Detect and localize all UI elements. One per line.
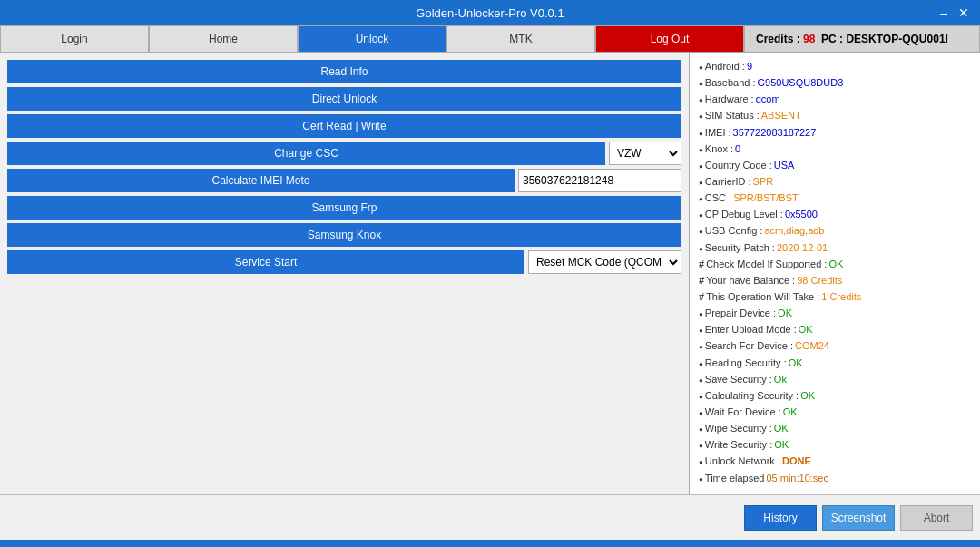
nav-logout[interactable]: Log Out [595,25,744,53]
window-controls[interactable]: – ✕ [936,5,973,20]
info-line: ● Hardware : qcom [699,91,971,107]
dot-bullet: ● [699,128,703,140]
read-info-button[interactable]: Read Info [7,60,681,83]
info-label: Time elapsed [705,470,765,486]
dot-bullet: ● [699,456,703,468]
dot-bullet: ● [699,210,703,221]
hash-bullet: # [699,256,704,272]
info-value: acm,diag,adb [764,222,824,239]
info-line: ● Wipe Security : OK [699,420,971,436]
dot-bullet: ● [699,358,703,370]
info-value: SPR/BST/BST [733,190,799,206]
csc-dropdown[interactable]: VZW [609,142,681,165]
info-label: CSC : [705,190,731,206]
info-label: Baseband : [705,74,756,91]
nav-login[interactable]: Login [0,25,149,53]
info-value: G950USQU8DUD3 [758,74,844,91]
nav-home[interactable]: Home [149,25,298,53]
direct-unlock-button[interactable]: Direct Unlock [7,87,681,111]
info-value: 0 [735,141,740,157]
info-value: SPR [753,173,774,190]
nav-bar: Login Home Unlock MTK Log Out Credits : … [0,25,980,53]
minimize-button[interactable]: – [936,5,951,20]
bottom-bar: History Screenshot Abort [0,494,980,540]
info-value: OK [783,404,798,420]
info-value: DONE [782,453,811,469]
nav-mtk[interactable]: MTK [446,25,595,53]
info-line: ● Security Patch : 2020-12-01 [699,239,971,256]
screenshot-button[interactable]: Screenshot [822,505,895,531]
info-label: SIM Status : [705,107,760,123]
dot-bullet: ● [699,111,703,122]
info-value: 9 [747,58,752,74]
info-line: ● Time elapsed 05:min:10:sec [699,470,971,486]
service-start-button[interactable]: Service Start [7,250,524,274]
info-line: ● Country Code : USA [699,157,971,173]
info-label: Security Patch : [705,239,775,256]
info-label: USB Config : [705,222,763,239]
cert-read-write-button[interactable]: Cert Read | Write [7,114,681,138]
info-value: OK [774,436,789,453]
calculate-imei-button[interactable]: Calculate IMEI Moto [7,169,514,192]
info-value: 05:min:10:sec [766,470,828,486]
imei-input[interactable] [518,169,681,192]
nav-unlock[interactable]: Unlock [298,25,446,53]
title-bar: Golden-Unlocker-Pro V0.0.1 – ✕ [0,0,980,25]
info-line: ● Unlock Network : DONE [699,453,971,469]
app-title: Golden-Unlocker-Pro V0.0.1 [416,6,564,20]
info-line: # This Operation Will Take : 1 Credits [699,288,971,305]
reset-mck-dropdown[interactable]: Reset MCK Code (QCOM [528,250,681,274]
info-label: Enter Upload Mode : [705,321,797,337]
history-button[interactable]: History [744,505,817,531]
close-button[interactable]: ✕ [955,5,973,20]
dot-bullet: ● [699,440,703,452]
dot-bullet: ● [699,407,703,419]
info-value: OK [789,355,803,371]
info-label: Wait For Device : [705,404,781,420]
info-line: ● Knox : 0 [699,141,971,157]
info-line: ● Save Security : Ok [699,371,971,387]
status-bar: %100 [0,540,980,547]
info-value: 2020-12-01 [777,239,828,256]
hash-bullet: # [699,288,704,305]
info-label: Reading Security : [705,355,787,371]
dot-bullet: ● [699,94,703,106]
info-value: OK [774,420,789,436]
info-label: Calculating Security : [705,387,799,404]
info-label: Android : [705,58,745,74]
dot-bullet: ● [699,161,703,172]
info-label: Save Security : [705,371,772,387]
info-value: 357722083187227 [733,124,817,141]
info-label: Knox : [705,141,733,157]
left-panel: Read Info Direct Unlock Cert Read | Writ… [0,53,690,494]
info-value: Ok [774,371,787,387]
info-line: ● Enter Upload Mode : OK [699,321,971,337]
abort-button[interactable]: Abort [900,505,973,531]
change-csc-button[interactable]: Change CSC [7,142,605,165]
info-line: ● Write Security : OK [699,436,971,453]
info-line: ● Search For Device : COM24 [699,337,971,354]
info-line: ● CarrierID : SPR [699,173,971,190]
dot-bullet: ● [699,243,703,255]
main-content: Read Info Direct Unlock Cert Read | Writ… [0,53,980,494]
dot-bullet: ● [699,375,703,386]
info-line: ● Reading Security : OK [699,355,971,371]
info-value: qcom [756,91,780,107]
dot-bullet: ● [699,62,703,73]
samsung-knox-button[interactable]: Samsung Knox [7,223,681,247]
info-line: ● Wait For Device : OK [699,404,971,420]
info-value: OK [799,321,813,337]
dot-bullet: ● [699,226,703,238]
info-value: OK [778,305,792,321]
info-line: ● Prepair Device : OK [699,305,971,321]
info-line: ● Android : 9 [699,58,971,74]
samsung-frp-button[interactable]: Samsung Frp [7,196,681,220]
info-value: 0x5500 [785,206,818,222]
right-panel: ● Android : 9● Baseband : G950USQU8DUD3●… [690,53,980,494]
dot-bullet: ● [699,391,703,403]
info-label: IMEI : [705,124,731,141]
info-line: ● IMEI : 357722083187227 [699,124,971,141]
info-value: USA [774,157,795,173]
info-value: OK [800,387,815,404]
info-line: ● CP Debug Level : 0x5500 [699,206,971,222]
